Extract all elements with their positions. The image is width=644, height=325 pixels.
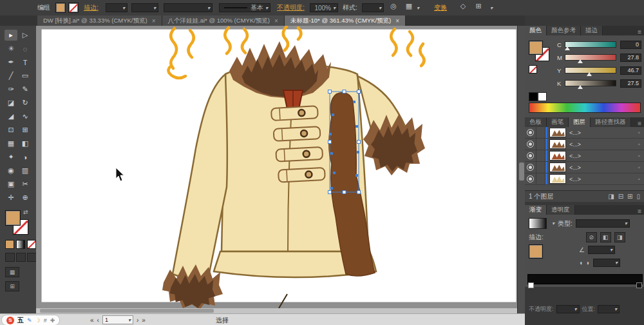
- target-icon[interactable]: ◦: [638, 129, 640, 136]
- reverse-gradient-icon[interactable]: ◖: [579, 259, 583, 266]
- tab-layers[interactable]: 图层: [569, 117, 591, 127]
- gradient-tool-icon[interactable]: ◧: [19, 138, 32, 149]
- layer-thumbnail[interactable]: [549, 174, 566, 184]
- stroke-weight-dropdown[interactable]: ▾: [106, 3, 128, 12]
- ime-halfwidth-icon[interactable]: ☽: [35, 317, 41, 324]
- tab-transparency[interactable]: 透明度: [547, 205, 575, 215]
- black-slider-handle[interactable]: [578, 85, 583, 89]
- layer-name[interactable]: <...>: [569, 141, 638, 148]
- layer-thumbnail[interactable]: [549, 151, 566, 161]
- gradient-angle-dropdown[interactable]: ▾: [588, 246, 615, 254]
- toolbar-fill-swatch[interactable]: [5, 210, 21, 226]
- screen-mode-button[interactable]: ▦: [5, 267, 19, 277]
- lasso-tool-icon[interactable]: ◌: [19, 43, 32, 54]
- isolate-icon[interactable]: ⊞: [473, 0, 484, 12]
- cyan-slider-handle[interactable]: [565, 46, 570, 50]
- next-artboard-icon[interactable]: ›: [137, 317, 138, 324]
- width-profile-dropdown[interactable]: ▾: [131, 3, 158, 12]
- layer-name[interactable]: <...>: [569, 164, 638, 171]
- transform-again-icon[interactable]: ◇: [457, 0, 469, 12]
- style-dropdown[interactable]: ▾: [362, 3, 384, 12]
- magic-wand-tool-icon[interactable]: ✳: [5, 43, 17, 54]
- target-icon[interactable]: ◦: [638, 152, 640, 159]
- layer-thumbnail[interactable]: [549, 139, 566, 149]
- shape-builder-tool-icon[interactable]: ⊞: [19, 124, 32, 135]
- new-sublayer-icon[interactable]: ⊟: [618, 193, 623, 200]
- strap-1[interactable]: [271, 106, 318, 121]
- artboard-number-dropdown[interactable]: 1 ▾: [102, 315, 133, 324]
- tab-color[interactable]: 颜色: [525, 26, 547, 35]
- tab-gradient[interactable]: 渐变: [525, 205, 547, 215]
- magenta-slider[interactable]: [565, 54, 616, 61]
- layer-row[interactable]: <...> ◦: [525, 127, 644, 139]
- ime-logo[interactable]: S: [6, 317, 14, 324]
- layer-name[interactable]: <...>: [569, 130, 638, 136]
- lock-toggle[interactable]: [536, 162, 545, 173]
- horizontal-scrollbar[interactable]: [36, 308, 517, 313]
- magenta-slider-handle[interactable]: [578, 59, 583, 63]
- layer-row[interactable]: <...> ◦: [525, 162, 644, 173]
- first-artboard-icon[interactable]: «: [90, 317, 94, 324]
- make-clip-mask-icon[interactable]: ◨: [608, 193, 614, 200]
- visibility-toggle[interactable]: [525, 139, 536, 150]
- rotate-tool-icon[interactable]: ↻: [19, 97, 32, 108]
- layer-name[interactable]: <...>: [569, 176, 638, 182]
- variable-width-dropdown[interactable]: ▾: [164, 3, 213, 12]
- target-icon[interactable]: ◦: [638, 164, 640, 171]
- tab-color-guide[interactable]: 颜色参考: [547, 26, 581, 35]
- visibility-toggle[interactable]: [525, 127, 536, 138]
- panel-fill-swatch[interactable]: [529, 41, 543, 55]
- gradient-stop-left[interactable]: [528, 282, 534, 288]
- gradient-mode-button[interactable]: [16, 240, 25, 249]
- stroke-link[interactable]: 描边:: [84, 0, 99, 15]
- gradient-stroke-along-icon[interactable]: ◧: [600, 232, 611, 242]
- ime-tools-icon[interactable]: ✚: [50, 317, 55, 324]
- gradient-aspect-dropdown[interactable]: ▾: [593, 259, 620, 267]
- eyedropper-tool-icon[interactable]: ✦: [5, 152, 17, 162]
- brush-definition-dropdown[interactable]: 基本 ▾: [219, 3, 270, 12]
- close-icon[interactable]: ×: [395, 17, 399, 25]
- strap-2[interactable]: [274, 126, 321, 141]
- ime-keyboard-icon[interactable]: #: [44, 317, 47, 324]
- vertical-scrollbar-thumb[interactable]: [519, 162, 524, 181]
- target-icon[interactable]: ◦: [638, 175, 640, 182]
- visibility-toggle[interactable]: [525, 150, 536, 161]
- draw-inside-button[interactable]: [27, 253, 37, 262]
- lock-toggle[interactable]: [536, 150, 545, 161]
- layer-thumbnail[interactable]: [549, 162, 566, 172]
- graph-tool-icon[interactable]: ▥: [19, 165, 32, 176]
- prev-artboard-icon[interactable]: ‹: [97, 317, 99, 324]
- ime-mode[interactable]: 五: [17, 316, 24, 325]
- document-tab-2[interactable]: 八个洋娃娃.ai* @ 100% (CMYK/预览) ×: [162, 15, 285, 26]
- swap-fill-stroke-icon[interactable]: ⇄: [23, 209, 28, 215]
- tab-brushes[interactable]: 画笔: [547, 117, 569, 127]
- free-transform-tool-icon[interactable]: ⊡: [5, 124, 17, 135]
- strap-3[interactable]: [276, 147, 323, 162]
- gradient-fill-swatch[interactable]: [529, 244, 543, 259]
- pencil-tool-icon[interactable]: ✎: [19, 84, 32, 95]
- magenta-value[interactable]: 27.8: [620, 54, 641, 62]
- ime-pen-icon[interactable]: ✎: [27, 317, 32, 324]
- lock-toggle[interactable]: [536, 127, 545, 138]
- black-slider[interactable]: [565, 80, 616, 86]
- draw-normal-button[interactable]: [5, 253, 15, 262]
- yellow-slider-handle[interactable]: [587, 72, 592, 76]
- lock-toggle[interactable]: [536, 139, 545, 150]
- visibility-toggle[interactable]: [525, 173, 536, 184]
- panel-menu-icon[interactable]: ≡: [638, 28, 641, 35]
- scale-tool-icon[interactable]: ◢: [5, 111, 17, 122]
- gradient-stroke-across-icon[interactable]: ◨: [614, 232, 625, 242]
- hand-tool-icon[interactable]: ✛: [5, 192, 17, 203]
- close-icon[interactable]: ×: [274, 17, 278, 25]
- aspect-ratio-icon[interactable]: ◗: [586, 259, 590, 266]
- type-tool-icon[interactable]: T: [19, 57, 32, 68]
- new-layer-icon[interactable]: ⊞: [627, 193, 632, 200]
- white-swatch[interactable]: [538, 92, 547, 101]
- layer-thumbnail[interactable]: [549, 128, 566, 137]
- gradient-stroke-none-icon[interactable]: ⊘: [586, 232, 597, 242]
- gradient-type-dropdown[interactable]: ▾: [576, 219, 630, 228]
- color-mode-button[interactable]: [5, 240, 14, 249]
- eraser-tool-icon[interactable]: ◪: [5, 97, 17, 108]
- zoom-tool-icon[interactable]: ⊕: [19, 192, 32, 203]
- close-icon[interactable]: ×: [152, 17, 156, 25]
